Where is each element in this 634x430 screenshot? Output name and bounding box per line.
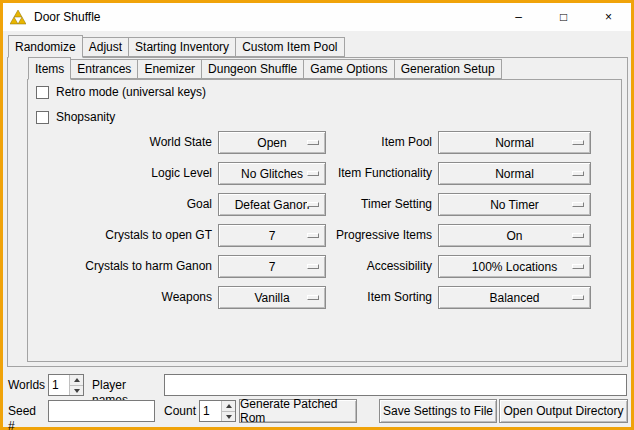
button-label: Generate Patched Rom	[240, 397, 356, 425]
count-input[interactable]	[200, 401, 221, 421]
primary-tabs: Randomize Adjust Starting Inventory Cust…	[8, 35, 344, 58]
count-decrement-button[interactable]	[222, 411, 235, 421]
tab-enemizer[interactable]: Enemizer	[137, 59, 202, 79]
app-icon	[10, 9, 26, 25]
count-spinbox[interactable]	[199, 400, 236, 422]
checkbox-box[interactable]	[36, 86, 49, 99]
spinner-buttons	[221, 401, 235, 421]
timer-setting-label: Timer Setting	[252, 197, 432, 212]
player-names-input[interactable]	[164, 374, 627, 396]
progressive-items-label: Progressive Items	[252, 228, 432, 243]
timer-setting-value: No Timer	[490, 198, 539, 212]
titlebar[interactable]: Door Shuffle – □ ×	[3, 3, 631, 31]
save-settings-button[interactable]: Save Settings to File	[379, 399, 497, 423]
open-output-directory-button[interactable]: Open Output Directory	[499, 399, 628, 423]
down-arrow-icon	[74, 389, 80, 393]
tab-items[interactable]: Items	[28, 57, 71, 80]
window-title: Door Shuffle	[34, 10, 101, 24]
secondary-tabs: Items Entrances Enemizer Dungeon Shuffle…	[28, 57, 501, 80]
up-arrow-icon	[226, 404, 232, 408]
count-label: Count	[164, 404, 198, 419]
tab-label: Starting Inventory	[135, 40, 229, 54]
world-state-label: World State	[30, 135, 212, 150]
checkbox-label: Shopsanity	[56, 110, 115, 124]
dropdown-indicator-icon	[572, 140, 584, 145]
logic-level-label: Logic Level	[30, 166, 212, 181]
tab-game-options[interactable]: Game Options	[303, 59, 394, 79]
progressive-items-dropdown[interactable]: On	[438, 224, 591, 247]
close-icon: ×	[605, 10, 612, 24]
tab-dungeon-shuffle[interactable]: Dungeon Shuffle	[201, 59, 304, 79]
count-increment-button[interactable]	[222, 401, 235, 411]
item-pool-value: Normal	[495, 136, 534, 150]
close-button[interactable]: ×	[586, 3, 631, 31]
maximize-icon: □	[560, 10, 567, 24]
minimize-button[interactable]: –	[496, 3, 541, 31]
tab-starting-inventory[interactable]: Starting Inventory	[128, 37, 236, 57]
crystals-open-gt-label: Crystals to open GT	[30, 228, 212, 243]
item-sorting-dropdown[interactable]: Balanced	[438, 286, 591, 309]
tab-label: Entrances	[77, 62, 131, 76]
minimize-icon: –	[515, 10, 522, 24]
generate-patched-rom-button[interactable]: Generate Patched Rom	[239, 399, 357, 423]
worlds-label: Worlds	[8, 378, 46, 393]
button-label: Open Output Directory	[503, 404, 623, 418]
tab-randomize[interactable]: Randomize	[8, 35, 83, 58]
seed-label: Seed #	[8, 404, 46, 419]
tab-label: Dungeon Shuffle	[208, 62, 297, 76]
crystals-harm-ganon-label: Crystals to harm Ganon	[30, 259, 212, 274]
tab-adjust[interactable]: Adjust	[82, 37, 129, 57]
door-shuffle-window: Door Shuffle – □ × Randomize Adjust Star…	[0, 0, 634, 430]
item-functionality-value: Normal	[495, 167, 534, 181]
item-pool-label: Item Pool	[252, 135, 432, 150]
timer-setting-dropdown[interactable]: No Timer	[438, 193, 591, 216]
progressive-items-value: On	[506, 229, 522, 243]
tab-label: Randomize	[15, 40, 76, 54]
dropdown-indicator-icon	[572, 295, 584, 300]
window-controls: – □ ×	[496, 3, 631, 31]
checkbox-label: Retro mode (universal keys)	[56, 85, 206, 99]
player-names-label: Player names	[92, 378, 162, 393]
tab-generation-setup[interactable]: Generation Setup	[394, 59, 502, 79]
shopsanity-checkbox[interactable]: Shopsanity	[36, 110, 115, 124]
tab-label: Game Options	[310, 62, 387, 76]
worlds-spinbox[interactable]	[48, 374, 84, 396]
tab-label: Generation Setup	[401, 62, 495, 76]
item-functionality-label: Item Functionality	[252, 166, 432, 181]
retro-mode-checkbox[interactable]: Retro mode (universal keys)	[36, 85, 206, 99]
item-sorting-value: Balanced	[489, 291, 539, 305]
tab-label: Custom Item Pool	[242, 40, 337, 54]
item-sorting-label: Item Sorting	[252, 290, 432, 305]
dropdown-indicator-icon	[572, 171, 584, 176]
goal-label: Goal	[30, 197, 212, 212]
dropdown-indicator-icon	[572, 264, 584, 269]
accessibility-label: Accessibility	[252, 259, 432, 274]
worlds-increment-button[interactable]	[70, 375, 83, 385]
tab-label: Adjust	[89, 40, 122, 54]
dropdown-indicator-icon	[572, 233, 584, 238]
dropdown-indicator-icon	[572, 202, 584, 207]
tab-custom-item-pool[interactable]: Custom Item Pool	[235, 37, 344, 57]
maximize-button[interactable]: □	[541, 3, 586, 31]
item-functionality-dropdown[interactable]: Normal	[438, 162, 591, 185]
accessibility-dropdown[interactable]: 100% Locations	[438, 255, 591, 278]
checkbox-box[interactable]	[36, 111, 49, 124]
items-panel	[27, 79, 622, 362]
seed-input[interactable]	[48, 400, 155, 422]
item-pool-dropdown[interactable]: Normal	[438, 131, 591, 154]
weapons-label: Weapons	[30, 290, 212, 305]
down-arrow-icon	[226, 415, 232, 419]
button-label: Save Settings to File	[383, 404, 493, 418]
spinner-buttons	[69, 375, 83, 395]
up-arrow-icon	[74, 378, 80, 382]
worlds-decrement-button[interactable]	[70, 385, 83, 395]
tab-label: Enemizer	[144, 62, 195, 76]
tab-label: Items	[35, 62, 64, 76]
worlds-input[interactable]	[49, 375, 69, 395]
tab-entrances[interactable]: Entrances	[70, 59, 138, 79]
accessibility-value: 100% Locations	[472, 260, 557, 274]
